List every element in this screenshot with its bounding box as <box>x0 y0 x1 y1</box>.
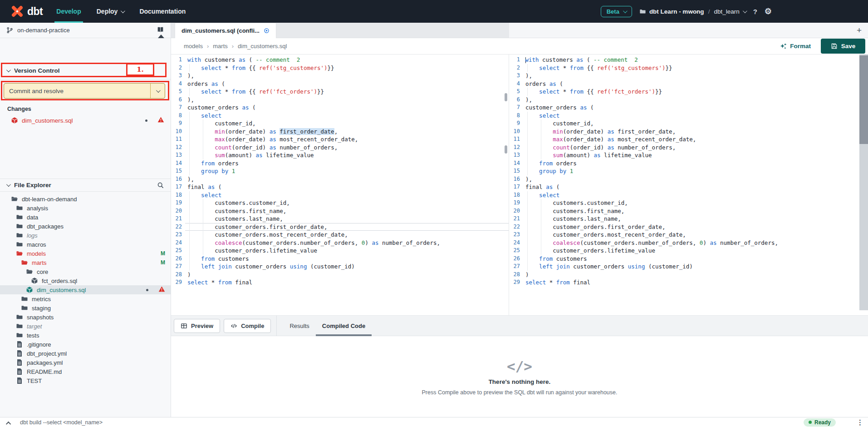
tree-item-dbt-project-yml[interactable]: dbt_project.yml <box>0 349 171 358</box>
code-line[interactable]: 9 customer_id, <box>171 119 509 128</box>
code-line[interactable]: 18 select <box>509 191 868 199</box>
nav-link-documentation[interactable]: Documentation <box>139 0 186 23</box>
code-line[interactable]: 20 customers.first_name, <box>509 207 868 215</box>
code-line[interactable]: 5 select * from {{ ref('fct_orders')}} <box>171 88 509 96</box>
tree-item-data[interactable]: data <box>0 213 171 222</box>
code-line[interactable]: 24 coalesce(customer_orders.number_of_or… <box>171 239 509 247</box>
new-tab-icon[interactable]: + <box>857 26 862 35</box>
code-line[interactable]: 21 customers.last_name, <box>509 215 868 223</box>
tree-item-dim-customers-sql[interactable]: dim_customers.sql <box>0 285 171 294</box>
code-line[interactable]: 11 max(order_date) as most_recent_order_… <box>171 135 509 144</box>
changed-file-row[interactable]: dim_customers.sql <box>0 114 171 126</box>
code-line[interactable]: 28) <box>171 271 509 279</box>
tree-item-marts[interactable]: martsM <box>0 258 171 267</box>
tree-item-tests[interactable]: tests <box>0 331 171 340</box>
code-line[interactable]: 27 left join customer_orders using (cust… <box>171 263 509 271</box>
code-line[interactable]: 29select * from final <box>509 278 868 287</box>
scrollbar-thumb[interactable] <box>505 93 507 101</box>
file-explorer-header[interactable]: File Explorer <box>0 179 171 192</box>
search-icon[interactable] <box>157 182 164 189</box>
code-line[interactable]: 14 from orders <box>509 159 868 168</box>
code-line[interactable]: 15 group by 1 <box>509 167 868 175</box>
code-line[interactable]: 8 select <box>509 112 868 120</box>
code-line[interactable]: 14 from orders <box>171 159 509 168</box>
tree-item-readme-md[interactable]: README.md <box>0 367 171 376</box>
code-line[interactable]: 23 customer_orders.most_recent_order_dat… <box>171 231 509 239</box>
code-line[interactable]: 8 select <box>171 112 509 120</box>
code-line[interactable]: 3), <box>171 72 509 80</box>
code-line[interactable]: 1with customers as ( -- comment 2 <box>509 56 868 64</box>
tree-item-dbt-packages[interactable]: dbt_packages <box>0 222 171 231</box>
tree-item-core[interactable]: core <box>0 267 171 276</box>
code-line[interactable]: 18 select <box>171 191 509 199</box>
results-tab-compiled-code[interactable]: Compiled Code <box>316 316 372 336</box>
save-button[interactable]: Save <box>821 39 865 54</box>
code-line[interactable]: 20 customers.first_name, <box>171 207 509 215</box>
compile-button[interactable]: Compile <box>224 319 271 333</box>
commit-and-resolve-button[interactable]: Commit and resolve <box>4 83 165 99</box>
code-line[interactable]: 10 min(order_date) as first_order_date, <box>171 128 509 136</box>
tree-item-packages-yml[interactable]: packages.yml <box>0 358 171 367</box>
gear-icon[interactable]: ⚙ <box>765 7 772 15</box>
preview-button[interactable]: Preview <box>174 319 220 333</box>
tree-item-target[interactable]: target <box>0 322 171 331</box>
code-line[interactable]: 27 left join customer_orders using (cust… <box>509 263 868 271</box>
code-line[interactable]: 12 count(order_id) as number_of_orders, <box>171 144 509 152</box>
beta-button[interactable]: Beta <box>601 6 632 17</box>
code-line[interactable]: 1with customers as ( -- comment 2 <box>171 56 509 64</box>
tree-item-analysis[interactable]: analysis <box>0 204 171 213</box>
nav-link-deploy[interactable]: Deploy <box>97 0 124 23</box>
code-line[interactable]: 6), <box>509 96 868 104</box>
breadcrumb-item[interactable]: models <box>184 43 203 50</box>
scrollbar-thumb[interactable] <box>859 55 868 144</box>
tree-item--gitignore[interactable]: .gitignore <box>0 340 171 349</box>
code-line[interactable]: 5 select * from {{ ref('fct_orders')}} <box>509 88 868 96</box>
code-line[interactable]: 24 coalesce(customer_orders.number_of_or… <box>509 239 868 247</box>
code-line[interactable]: 16), <box>509 175 868 184</box>
code-line[interactable]: 12 count(order_id) as number_of_orders, <box>509 144 868 152</box>
tree-item-models[interactable]: modelsM <box>0 249 171 258</box>
code-line[interactable]: 29select * from final <box>171 278 509 287</box>
results-tab-results[interactable]: Results <box>283 316 315 336</box>
breadcrumb-item[interactable]: dim_customers.sql <box>238 43 287 50</box>
commit-dropdown-button[interactable] <box>150 84 165 98</box>
code-line[interactable]: 15 group by 1 <box>171 167 509 175</box>
tree-item-dbt-learn-on-demand[interactable]: dbt-learn-on-demand <box>0 194 171 204</box>
code-line[interactable]: 3), <box>509 72 868 80</box>
code-line[interactable]: 17final as ( <box>509 183 868 191</box>
code-line[interactable]: 26 from customers <box>171 255 509 263</box>
editor-pane-left[interactable]: 1with customers as ( -- comment 22 selec… <box>171 55 509 315</box>
tree-item-fct-orders-sql[interactable]: fct_orders.sql <box>0 276 171 285</box>
code-line[interactable]: 11 max(order_date) as most_recent_order_… <box>509 135 868 144</box>
code-line[interactable]: 4orders as ( <box>509 80 868 88</box>
scrollbar-thumb[interactable] <box>505 145 507 154</box>
code-line[interactable]: 22 customer_orders.first_order_date, <box>171 223 509 231</box>
docs-book-icon[interactable] <box>157 26 165 35</box>
command-bar[interactable]: dbt build --select <model_name> Ready ⋮ <box>0 417 868 427</box>
code-line[interactable]: 2 select * from {{ ref('stg_customers')}… <box>509 64 868 72</box>
code-line[interactable]: 10 min(order_date) as first_order_date, <box>509 128 868 136</box>
code-line[interactable]: 16), <box>171 175 509 184</box>
tree-item-logs[interactable]: logs <box>0 231 171 240</box>
code-line[interactable]: 23 customer_orders.most_recent_order_dat… <box>509 231 868 239</box>
code-line[interactable]: 7customer_orders as ( <box>171 104 509 112</box>
account-selector[interactable]: dbt Learn - mwong / dbt_learn <box>639 8 746 15</box>
code-line[interactable]: 7customer_orders as ( <box>509 104 868 112</box>
help-icon[interactable]: ? <box>753 8 757 15</box>
format-button[interactable]: Format <box>780 43 811 50</box>
tree-item-macros[interactable]: macros <box>0 240 171 249</box>
expand-panel-icon[interactable] <box>6 421 11 426</box>
branch-selector[interactable]: on-demand-practice <box>0 23 171 38</box>
tree-item-staging[interactable]: staging <box>0 303 171 313</box>
tree-item-test[interactable]: TEST <box>0 376 171 385</box>
code-line[interactable]: 25 customer_orders.lifetime_value <box>509 247 868 255</box>
code-line[interactable]: 28) <box>509 271 868 279</box>
code-line[interactable]: 4orders as ( <box>171 80 509 88</box>
code-line[interactable]: 26 from customers <box>509 255 868 263</box>
dbt-logo[interactable]: dbt <box>11 5 43 18</box>
code-line[interactable]: 13 sum(amount) as lifetime_value <box>509 151 868 159</box>
code-line[interactable]: 21 customers.last_name, <box>171 215 509 223</box>
editor-pane-right[interactable]: 1with customers as ( -- comment 22 selec… <box>509 55 868 315</box>
code-line[interactable]: 17final as ( <box>171 183 509 191</box>
code-line[interactable]: 9 customer_id, <box>509 119 868 128</box>
